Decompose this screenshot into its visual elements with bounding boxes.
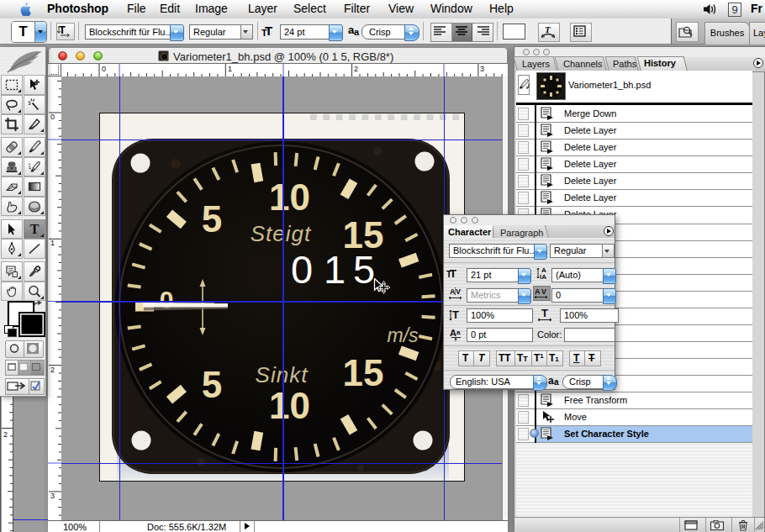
svg-text:10: 10 xyxy=(269,176,310,218)
svg-text:A: A xyxy=(450,287,456,296)
svg-text:A: A xyxy=(535,287,541,296)
svg-text:m/s: m/s xyxy=(387,324,419,346)
svg-text:V: V xyxy=(456,287,461,296)
svg-text:IA: IA xyxy=(540,273,546,281)
svg-text:T: T xyxy=(545,24,551,34)
svg-text:2: 2 xyxy=(50,366,55,374)
svg-text:0: 0 xyxy=(50,113,55,121)
svg-text:T: T xyxy=(541,308,548,319)
svg-text:3: 3 xyxy=(480,65,484,73)
svg-text:V: V xyxy=(541,287,546,296)
svg-text:1: 1 xyxy=(50,239,55,247)
svg-text:15: 15 xyxy=(343,352,384,393)
svg-text:5: 5 xyxy=(202,198,222,240)
svg-text:3: 3 xyxy=(50,492,55,500)
svg-text:1: 1 xyxy=(324,247,346,292)
svg-text:0: 0 xyxy=(102,65,106,73)
svg-text:T: T xyxy=(30,222,40,236)
svg-text:T: T xyxy=(452,308,459,321)
svg-text:2: 2 xyxy=(354,65,358,73)
svg-text:0: 0 xyxy=(291,247,313,292)
svg-text:1: 1 xyxy=(228,65,232,73)
svg-text:2: 2 xyxy=(3,430,8,439)
svg-text:Steigt: Steigt xyxy=(251,221,312,246)
svg-text:A: A xyxy=(450,328,456,338)
svg-text:10: 10 xyxy=(269,385,310,426)
svg-text:5: 5 xyxy=(202,364,222,405)
svg-text:a: a xyxy=(456,329,461,336)
